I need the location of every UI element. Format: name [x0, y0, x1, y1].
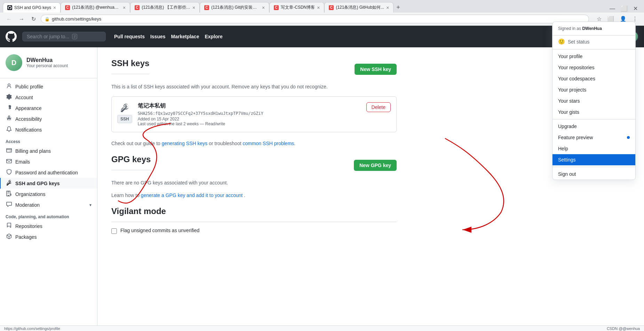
sidebar-avatar-image: D [6, 54, 22, 71]
gpg-help-link[interactable]: generate a GPG key and add it to your ac… [141, 192, 243, 198]
dropdown-your-repositories[interactable]: Your repositories [552, 62, 635, 73]
package-icon [6, 234, 12, 240]
dropdown-upgrade[interactable]: Upgrade [552, 121, 635, 132]
sidebar-item-billing[interactable]: Billing and plans [0, 145, 97, 156]
sidebar-item-notifications[interactable]: Notifications [0, 124, 97, 135]
dropdown-your-codespaces[interactable]: Your codespaces [552, 73, 635, 84]
key-icon-wrapper: SSH [117, 104, 132, 123]
dropdown-your-projects[interactable]: Your projects [552, 84, 635, 95]
dropdown-sign-out[interactable]: Sign out [552, 168, 635, 180]
dropdown-feature-preview[interactable]: Feature preview [552, 132, 635, 143]
nav-marketplace[interactable]: Marketplace [171, 34, 199, 39]
vigilant-checkbox[interactable] [111, 228, 117, 234]
sidebar-item-organizations[interactable]: Organizations [0, 189, 97, 199]
ssh-help-middle: or troubleshoot [207, 141, 243, 146]
refresh-button[interactable]: ↻ [29, 15, 38, 23]
dropdown-your-gists[interactable]: Your gists [552, 107, 635, 118]
sidebar-label-appearance: Appearance [15, 105, 42, 111]
new-gpg-key-button[interactable]: New GPG key [354, 160, 397, 171]
gear-icon [6, 94, 12, 101]
page-layout: D DWenHua Your personal account Public p… [0, 47, 644, 325]
user-info: D DWenHua Your personal account [0, 54, 97, 78]
status-right: CSDN @@wenhua [607, 326, 640, 331]
nav-pull-requests[interactable]: Pull requests [114, 34, 145, 39]
slash-badge: / [72, 34, 77, 39]
vigilant-label[interactable]: Flag unsigned commits as unverified [120, 228, 199, 233]
tab-6[interactable]: C (121条消息) GitHub如何... × [324, 2, 393, 13]
sidebar-item-appearance[interactable]: Appearance [0, 103, 97, 113]
tab-close-6[interactable]: × [386, 5, 389, 10]
sidebar-item-packages[interactable]: Packages [0, 231, 97, 242]
new-tab-button[interactable]: + [393, 2, 403, 13]
sidebar-item-moderation[interactable]: Moderation ▾ [0, 199, 97, 210]
sidebar-item-repositories[interactable]: Repositories [0, 221, 97, 231]
dropdown-divider-1 [552, 49, 635, 49]
tab-3[interactable]: C (121条消息) 【工作那些事... × [130, 2, 200, 13]
org-icon [6, 191, 12, 197]
sidebar-username: DWenHua [26, 57, 68, 63]
tab-title-3: (121条消息) 【工作那些事... [142, 5, 190, 10]
dropdown-divider-3 [552, 167, 635, 167]
maximize-button[interactable]: ⬜ [619, 5, 630, 13]
shield-icon [6, 169, 12, 176]
tab-title-active: SSH and GPG keys [14, 5, 51, 10]
credit-card-icon [6, 148, 12, 154]
active-tab[interactable]: SSH and GPG keys × [3, 2, 61, 13]
settings-sidebar: D DWenHua Your personal account Public p… [0, 47, 97, 325]
gpg-help-suffix: . [243, 192, 245, 198]
close-window-button[interactable]: ✕ [631, 5, 640, 13]
new-ssh-key-button[interactable]: New SSH key [355, 64, 397, 75]
tab-title-4: (121条消息) Git的安装与使... [211, 5, 260, 10]
sidebar-item-password[interactable]: Password and authentication [0, 167, 97, 178]
address-bar[interactable]: 🔒 github.com/settings/keys [41, 15, 589, 23]
tab-2[interactable]: C (121条消息) @wenhua的... × [61, 2, 130, 13]
key-added: Added on 15 Apr 2022 [138, 117, 361, 121]
user-details: DWenHua Your personal account [26, 57, 68, 68]
dropdown-your-profile[interactable]: Your profile [552, 51, 635, 62]
github-logo [6, 31, 17, 42]
sidebar-item-public-profile[interactable]: Public profile [0, 81, 97, 92]
back-button[interactable]: ← [4, 15, 14, 23]
tab-close-2[interactable]: × [123, 5, 126, 10]
favicon-c2: C [65, 5, 70, 10]
tab-close-4[interactable]: × [262, 5, 265, 10]
sidebar-label-emails: Emails [15, 159, 30, 165]
tab-5[interactable]: C 写文章-CSDN博客 × [269, 2, 324, 13]
tab-close-5[interactable]: × [317, 5, 320, 10]
sidebar-item-account[interactable]: Account [0, 92, 97, 103]
main-content: SSH keys New SSH key This is a list of S… [97, 47, 411, 325]
tab-close-3[interactable]: × [192, 5, 195, 10]
search-bar[interactable]: Search or jump to... / [22, 32, 106, 41]
comment-icon [6, 202, 12, 208]
vigilant-title: Vigilant mode [111, 206, 397, 222]
minimize-button[interactable]: — [607, 5, 617, 13]
tab-title-2: (121条消息) @wenhua的... [72, 5, 121, 10]
sidebar-label-password: Password and authentication [15, 170, 78, 175]
dropdown-settings[interactable]: Settings [552, 154, 635, 165]
ssh-title: SSH keys [111, 58, 149, 74]
lock-icon: 🔒 [45, 17, 50, 22]
ssh-help-prefix: Check out our guide to [111, 141, 162, 146]
dropdown-header: Signed in as DWenHua [552, 22, 635, 36]
search-placeholder: Search or jump to... [27, 34, 69, 39]
sidebar-item-ssh-gpg[interactable]: SSH and GPG keys [0, 178, 97, 189]
ssh-help-link1[interactable]: generating SSH keys [162, 141, 208, 146]
dropdown-your-stars[interactable]: Your stars [552, 95, 635, 107]
dropdown-help[interactable]: Help [552, 143, 635, 154]
mail-icon [6, 158, 12, 165]
set-status-button[interactable]: 🙂 Set status [552, 36, 635, 48]
forward-button[interactable]: → [17, 15, 26, 23]
nav-explore[interactable]: Explore [205, 34, 222, 39]
favicon-c3: C [135, 5, 140, 10]
set-status-label: Set status [568, 39, 589, 45]
address-bar-container: ← → ↻ 🔒 github.com/settings/keys ☆ ⬜ 👤 ⋮ [0, 13, 644, 26]
tab-title-6: (121条消息) GitHub如何... [336, 5, 384, 10]
tab-4[interactable]: C (121条消息) Git的安装与使... × [200, 2, 269, 13]
sidebar-item-accessibility[interactable]: Accessibility [0, 113, 97, 124]
nav-issues[interactable]: Issues [150, 34, 166, 39]
tab-close-active[interactable]: × [53, 5, 56, 10]
key-last-used: Last used within the last 2 weeks — Read… [138, 121, 361, 126]
ssh-help-link2[interactable]: common SSH problems [243, 141, 294, 146]
delete-key-button[interactable]: Delete [366, 102, 391, 112]
sidebar-item-emails[interactable]: Emails [0, 156, 97, 167]
